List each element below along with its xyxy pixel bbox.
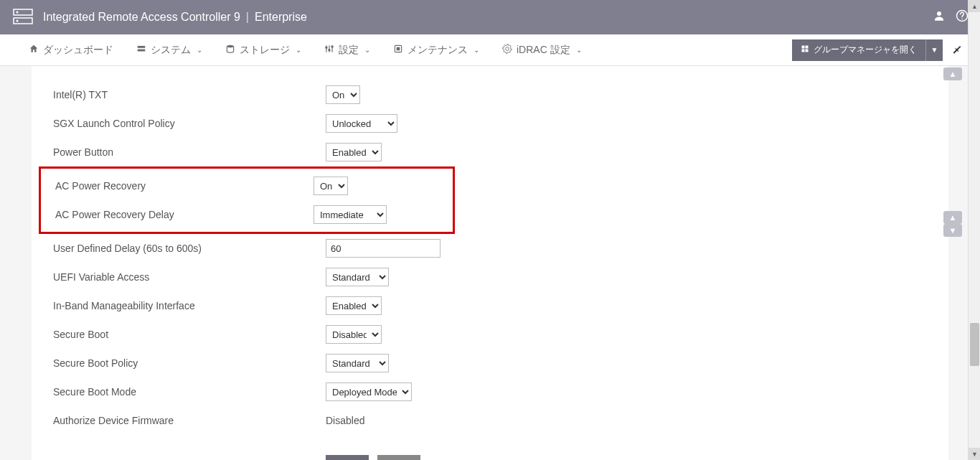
select-secure-boot-mode[interactable]: Deployed Mode (326, 382, 412, 401)
svg-rect-8 (138, 50, 146, 52)
select-intel-txt[interactable]: On (326, 85, 360, 104)
svg-point-13 (326, 47, 327, 48)
home-icon (29, 44, 39, 56)
group-manager-split-button: グループマネージャを開く ▼ (792, 39, 943, 61)
input-user-delay[interactable] (326, 239, 440, 258)
svg-point-6 (961, 18, 963, 19)
nav-label: メンテナンス (407, 44, 468, 57)
label-sgx-policy: SGX Launch Control Policy (53, 118, 326, 129)
row-ac-recovery: AC Power Recovery On (55, 172, 453, 200)
chevron-down-icon: ⌄ (576, 46, 582, 54)
action-buttons: 適用 廃棄 (53, 455, 927, 460)
svg-rect-20 (802, 50, 805, 52)
nav-label: システム (151, 44, 191, 57)
chevron-down-icon: ⌄ (364, 46, 370, 54)
row-intel-txt: Intel(R) TXT On (53, 80, 927, 109)
settings-form: Intel(R) TXT On SGX Launch Control Polic… (32, 66, 948, 460)
scroll-thumb[interactable] (970, 323, 979, 366)
select-inband[interactable]: Enabled (326, 296, 382, 315)
svg-point-9 (227, 45, 233, 48)
label-inband: In-Band Manageability Interface (53, 300, 326, 311)
nav-storage[interactable]: ストレージ ⌄ (214, 34, 313, 65)
product-name: Integrated Remote Access Controller 9 (43, 11, 240, 24)
nav-dashboard[interactable]: ダッシュボード (17, 34, 125, 65)
nav-bar: ダッシュボード システム ⌄ ストレージ ⌄ 設定 ⌄ メンテナンス ⌄ iDR… (0, 34, 980, 66)
label-intel-txt: Intel(R) TXT (53, 89, 326, 100)
row-secure-boot-policy: Secure Boot Policy Standard (53, 349, 927, 377)
row-secure-boot-mode: Secure Boot Mode Deployed Mode (53, 377, 927, 406)
panel-scroll-up-icon[interactable]: ▲ (943, 67, 962, 80)
discard-button[interactable]: 廃棄 (377, 455, 420, 460)
title-divider: | (246, 11, 249, 24)
svg-rect-21 (806, 50, 809, 52)
storage-icon (225, 44, 235, 56)
row-ac-recovery-delay: AC Power Recovery Delay Immediate (55, 200, 453, 229)
label-secure-boot: Secure Boot (53, 329, 326, 340)
gear-icon (502, 44, 512, 56)
sliders-icon (324, 44, 334, 56)
highlighted-section: AC Power Recovery On AC Power Recovery D… (39, 166, 455, 234)
group-manager-dropdown[interactable]: ▼ (925, 39, 943, 61)
label-secure-boot-policy: Secure Boot Policy (53, 357, 326, 369)
nav-label: ストレージ (240, 44, 290, 57)
chevron-down-icon: ⌄ (197, 46, 202, 54)
label-ac-recovery-delay: AC Power Recovery Delay (55, 209, 314, 220)
chevron-down-icon: ⌄ (473, 46, 479, 54)
nav-maintenance[interactable]: メンテナンス ⌄ (382, 34, 491, 65)
row-uefi-var: UEFI Variable Access Standard (53, 263, 927, 291)
label-authorize-fw: Authorize Device Firmware (53, 415, 326, 426)
label-ac-recovery: AC Power Recovery (55, 180, 314, 192)
scroll-up-icon[interactable]: ▲ (969, 0, 980, 12)
row-sgx-policy: SGX Launch Control Policy Unlocked (53, 109, 927, 138)
svg-point-15 (331, 46, 333, 47)
nav-label: iDRAC 設定 (517, 44, 570, 57)
svg-point-4 (937, 11, 941, 16)
svg-rect-17 (397, 47, 400, 51)
pin-icon[interactable] (951, 43, 963, 57)
panel-scroll-up-2-icon[interactable]: ▲ (943, 211, 962, 224)
product-title: Integrated Remote Access Controller 9 | … (43, 11, 307, 24)
group-icon (801, 44, 809, 55)
select-secure-boot[interactable]: Disabled (326, 325, 382, 344)
label-uefi-var: UEFI Variable Access (53, 271, 326, 283)
system-icon (136, 44, 146, 56)
nav-system[interactable]: システム ⌄ (125, 34, 214, 65)
nav-label: 設定 (339, 44, 359, 57)
scroll-down-icon[interactable]: ▼ (969, 448, 980, 460)
button-label: グループマネージャを開く (814, 44, 917, 56)
svg-rect-19 (806, 46, 809, 49)
row-inband: In-Band Manageability Interface Enabled (53, 291, 927, 320)
apply-button[interactable]: 適用 (326, 455, 369, 460)
nav-label: ダッシュボード (43, 44, 113, 57)
select-ac-recovery-delay[interactable]: Immediate (314, 205, 387, 224)
nav-settings[interactable]: 設定 ⌄ (313, 34, 382, 65)
svg-point-3 (17, 20, 19, 22)
top-bar: Integrated Remote Access Controller 9 | … (0, 0, 980, 34)
select-uefi-var[interactable]: Standard (326, 268, 389, 286)
product-logo-icon (11, 6, 34, 29)
label-secure-boot-mode: Secure Boot Mode (53, 386, 326, 398)
svg-rect-18 (802, 46, 805, 49)
value-authorize-fw: Disabled (326, 415, 364, 426)
nav-idrac-settings[interactable]: iDRAC 設定 ⌄ (491, 34, 593, 65)
svg-rect-7 (138, 46, 146, 48)
product-edition: Enterprise (255, 11, 307, 24)
label-user-delay: User Defined Delay (60s to 600s) (53, 243, 326, 254)
row-secure-boot: Secure Boot Disabled (53, 320, 927, 349)
panel-scroll-down-icon[interactable]: ▼ (943, 224, 962, 237)
help-icon[interactable] (956, 9, 969, 26)
user-icon[interactable] (933, 9, 946, 26)
select-secure-boot-policy[interactable]: Standard (326, 354, 389, 372)
group-manager-button[interactable]: グループマネージャを開く (792, 39, 925, 61)
row-authorize-fw: Authorize Device Firmware Disabled (53, 406, 927, 435)
browser-scrollbar[interactable]: ▲ ▼ (968, 0, 980, 460)
row-power-button: Power Button Enabled (53, 138, 927, 166)
select-ac-recovery[interactable]: On (314, 177, 348, 195)
svg-point-14 (329, 50, 330, 51)
select-sgx-policy[interactable]: Unlocked (326, 114, 397, 133)
svg-point-2 (17, 11, 19, 14)
label-power-button: Power Button (53, 146, 326, 158)
select-power-button[interactable]: Enabled (326, 143, 382, 161)
chevron-down-icon: ⌄ (296, 46, 301, 54)
panel-scroll-buttons: ▲ ▲ ▼ (943, 67, 963, 82)
